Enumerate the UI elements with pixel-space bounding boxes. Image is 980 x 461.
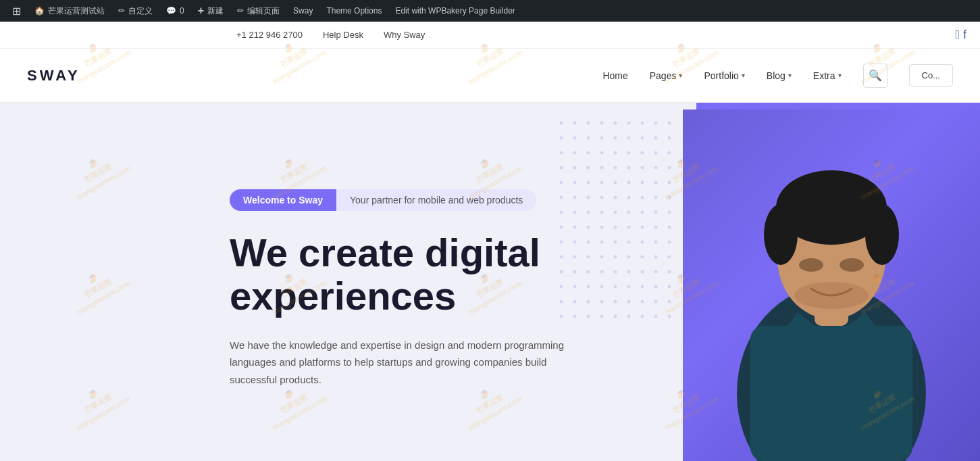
nav-blog-label: Blog xyxy=(767,70,785,81)
comments-icon: 💬 xyxy=(166,6,176,16)
svg-point-7 xyxy=(840,258,864,272)
contact-label: Co... xyxy=(922,70,940,80)
hero-badge: Welcome to Sway xyxy=(230,189,336,211)
wp-admin-bar: ⊞ 🏠 芒果运营测试站 ✏ 自定义 💬 0 + 新建 ✏ 编辑页面 Sway T… xyxy=(0,0,980,22)
theme-options-label: Theme Options xyxy=(326,6,382,16)
hero-content: Welcome to Sway Your partner for mobile … xyxy=(0,103,676,461)
hero-title-line1: We create digital xyxy=(230,230,540,274)
wp-comments-item[interactable]: 💬 0 xyxy=(159,0,191,22)
nav-item-portfolio[interactable]: Portfolio ▾ xyxy=(704,70,744,81)
search-button[interactable]: 🔍 xyxy=(863,64,887,88)
hero-title-line2: experiences xyxy=(230,274,456,318)
contact-button[interactable]: Co... xyxy=(909,64,953,87)
hero-badge-row: Welcome to Sway Your partner for mobile … xyxy=(230,189,649,211)
wp-sway-item[interactable]: Sway xyxy=(286,0,319,22)
svg-point-5 xyxy=(865,204,899,265)
wpbakery-label: Edit with WPBakery Page Builder xyxy=(395,6,515,16)
nav-item-pages[interactable]: Pages ▾ xyxy=(650,70,683,81)
person-svg xyxy=(683,110,980,461)
home-icon: 🏠 xyxy=(34,6,45,16)
new-label: 新建 xyxy=(207,5,224,17)
wp-theme-options-item[interactable]: Theme Options xyxy=(319,0,388,22)
nav-pages-label: Pages xyxy=(650,70,677,81)
nav-portfolio-label: Portfolio xyxy=(704,70,738,81)
svg-point-4 xyxy=(764,204,798,265)
chevron-down-icon: ▾ xyxy=(742,72,745,79)
svg-point-6 xyxy=(799,258,823,272)
wp-customize-item[interactable]: ✏ 自定义 xyxy=(111,0,159,22)
hero-person-image xyxy=(683,110,980,461)
nav-item-blog[interactable]: Blog ▾ xyxy=(767,70,792,81)
site-header: SWAY Home Pages ▾ Portfolio ▾ Blog ▾ Ext… xyxy=(0,49,980,103)
site-logo[interactable]: SWAY xyxy=(27,67,80,84)
main-nav: Home Pages ▾ Portfolio ▾ Blog ▾ Extra ▾ … xyxy=(602,64,953,88)
hero-badge-subtitle: Your partner for mobile and web products xyxy=(336,189,536,211)
facebook-icon[interactable]:  f xyxy=(955,28,966,42)
svg-rect-9 xyxy=(750,326,912,461)
wp-new-item[interactable]: + 新建 xyxy=(191,0,230,22)
nav-item-home[interactable]: Home xyxy=(602,70,627,81)
customize-label: 自定义 xyxy=(128,5,153,17)
edit-icon: ✏ xyxy=(237,6,244,16)
top-bar-social:  f xyxy=(955,28,966,42)
wp-logo-item[interactable]: ⊞ xyxy=(5,0,28,22)
nav-item-extra[interactable]: Extra ▾ xyxy=(813,70,842,81)
chevron-down-icon: ▾ xyxy=(788,72,792,79)
hero-section: Welcome to Sway Your partner for mobile … xyxy=(0,103,980,461)
sway-label: Sway xyxy=(293,6,313,16)
hero-image-area xyxy=(676,103,980,461)
top-bar-links: +1 212 946 2700 Help Desk Why Sway xyxy=(236,30,425,40)
nav-home-label: Home xyxy=(602,70,627,81)
search-icon: 🔍 xyxy=(869,69,882,82)
why-sway-link[interactable]: Why Sway xyxy=(384,30,425,40)
top-bar: +1 212 946 2700 Help Desk Why Sway  f xyxy=(0,22,980,49)
help-desk-link[interactable]: Help Desk xyxy=(323,30,363,40)
nav-extra-label: Extra xyxy=(813,70,835,81)
chevron-down-icon: ▾ xyxy=(838,72,842,79)
new-icon: + xyxy=(198,5,204,17)
wp-wpbakery-item[interactable]: Edit with WPBakery Page Builder xyxy=(388,0,521,22)
chevron-down-icon: ▾ xyxy=(679,72,682,79)
phone-number[interactable]: +1 212 946 2700 xyxy=(236,30,303,40)
hero-description: We have the knowledge and expertise in d… xyxy=(230,337,567,389)
wp-logo-icon: ⊞ xyxy=(12,5,21,18)
svg-point-8 xyxy=(794,282,869,309)
hero-title: We create digital experiences xyxy=(230,231,594,318)
site-name-label: 芒果运营测试站 xyxy=(48,5,105,17)
customize-icon: ✏ xyxy=(118,6,125,16)
wp-site-name-item[interactable]: 🏠 芒果运营测试站 xyxy=(28,0,111,22)
edit-page-label: 编辑页面 xyxy=(247,5,280,17)
comments-count: 0 xyxy=(180,6,184,16)
wp-edit-page-item[interactable]: ✏ 编辑页面 xyxy=(230,0,286,22)
